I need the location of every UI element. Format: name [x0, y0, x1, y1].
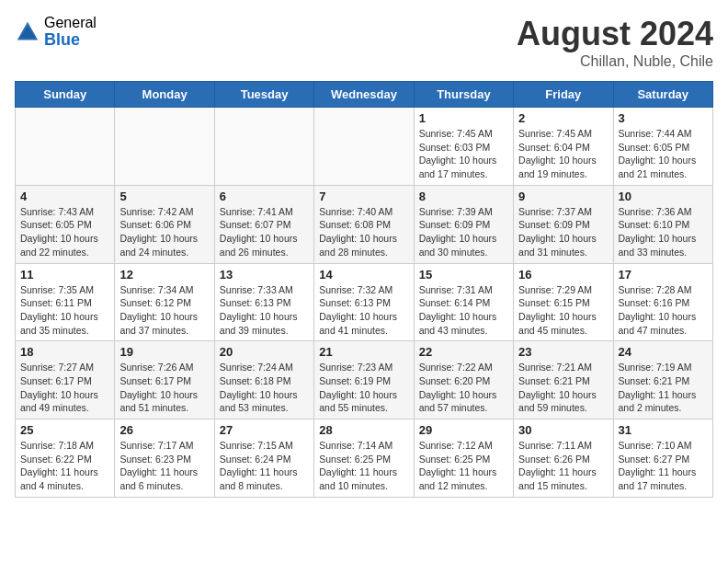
day-number: 31: [619, 423, 708, 437]
calendar-cell: 26Sunrise: 7:17 AM Sunset: 6:23 PM Dayli…: [115, 419, 214, 498]
day-info: Sunrise: 7:35 AM Sunset: 6:11 PM Dayligh…: [20, 283, 109, 338]
logo-text: General Blue: [44, 15, 97, 49]
day-number: 5: [119, 190, 209, 203]
day-number: 17: [619, 268, 708, 282]
calendar-cell: 22Sunrise: 7:22 AM Sunset: 6:20 PM Dayli…: [414, 341, 513, 419]
day-number: 29: [419, 423, 508, 437]
day-info: Sunrise: 7:14 AM Sunset: 6:25 PM Dayligh…: [319, 439, 408, 493]
day-info: Sunrise: 7:42 AM Sunset: 6:06 PM Dayligh…: [119, 205, 209, 259]
calendar-cell: [115, 108, 214, 186]
day-number: 25: [20, 423, 109, 437]
day-number: 19: [119, 345, 209, 359]
calendar-cell: 10Sunrise: 7:36 AM Sunset: 6:10 PM Dayli…: [613, 185, 712, 263]
day-info: Sunrise: 7:31 AM Sunset: 6:14 PM Dayligh…: [419, 283, 508, 338]
location: Chillan, Nuble, Chile: [517, 53, 713, 70]
title-block: August 2024 Chillan, Nuble, Chile: [517, 15, 713, 70]
day-info: Sunrise: 7:12 AM Sunset: 6:25 PM Dayligh…: [419, 439, 508, 493]
day-number: 7: [319, 190, 408, 203]
day-number: 24: [619, 345, 708, 359]
calendar-cell: 12Sunrise: 7:34 AM Sunset: 6:12 PM Dayli…: [115, 263, 214, 341]
calendar-cell: 21Sunrise: 7:23 AM Sunset: 6:19 PM Dayli…: [314, 341, 414, 419]
day-number: 20: [220, 345, 309, 359]
day-info: Sunrise: 7:22 AM Sunset: 6:20 PM Dayligh…: [419, 361, 508, 415]
day-info: Sunrise: 7:41 AM Sunset: 6:07 PM Dayligh…: [220, 205, 309, 259]
calendar-cell: 1Sunrise: 7:45 AM Sunset: 6:03 PM Daylig…: [414, 108, 513, 186]
calendar-cell: 25Sunrise: 7:18 AM Sunset: 6:22 PM Dayli…: [16, 419, 115, 498]
day-info: Sunrise: 7:32 AM Sunset: 6:13 PM Dayligh…: [319, 283, 408, 338]
day-info: Sunrise: 7:10 AM Sunset: 6:27 PM Dayligh…: [619, 439, 708, 493]
calendar-week-1: 1Sunrise: 7:45 AM Sunset: 6:03 PM Daylig…: [16, 108, 713, 186]
day-info: Sunrise: 7:23 AM Sunset: 6:19 PM Dayligh…: [319, 361, 408, 415]
month-year: August 2024: [517, 15, 713, 53]
calendar-cell: 20Sunrise: 7:24 AM Sunset: 6:18 PM Dayli…: [214, 341, 313, 419]
day-number: 12: [119, 268, 209, 282]
day-info: Sunrise: 7:45 AM Sunset: 6:03 PM Dayligh…: [419, 127, 508, 181]
calendar-cell: 2Sunrise: 7:45 AM Sunset: 6:04 PM Daylig…: [514, 108, 613, 186]
day-header-friday: Friday: [514, 82, 613, 108]
day-number: 1: [419, 111, 508, 125]
day-info: Sunrise: 7:21 AM Sunset: 6:21 PM Dayligh…: [518, 361, 608, 415]
calendar-cell: 14Sunrise: 7:32 AM Sunset: 6:13 PM Dayli…: [314, 263, 414, 341]
day-number: 18: [20, 345, 109, 359]
day-info: Sunrise: 7:43 AM Sunset: 6:05 PM Dayligh…: [20, 205, 109, 259]
logo-general: General: [44, 15, 97, 31]
day-header-wednesday: Wednesday: [314, 82, 414, 108]
day-info: Sunrise: 7:15 AM Sunset: 6:24 PM Dayligh…: [220, 439, 309, 493]
day-number: 23: [518, 345, 608, 359]
day-number: 11: [20, 268, 109, 282]
calendar-cell: 27Sunrise: 7:15 AM Sunset: 6:24 PM Dayli…: [214, 419, 313, 498]
day-number: 6: [220, 190, 309, 203]
day-info: Sunrise: 7:19 AM Sunset: 6:21 PM Dayligh…: [619, 361, 708, 415]
calendar-week-2: 4Sunrise: 7:43 AM Sunset: 6:05 PM Daylig…: [16, 185, 713, 263]
calendar-cell: 8Sunrise: 7:39 AM Sunset: 6:09 PM Daylig…: [414, 185, 513, 263]
day-number: 22: [419, 345, 508, 359]
day-info: Sunrise: 7:37 AM Sunset: 6:09 PM Dayligh…: [518, 205, 608, 259]
day-number: 21: [319, 345, 408, 359]
day-info: Sunrise: 7:11 AM Sunset: 6:26 PM Dayligh…: [518, 439, 608, 493]
day-header-sunday: Sunday: [16, 82, 115, 108]
calendar-cell: 13Sunrise: 7:33 AM Sunset: 6:13 PM Dayli…: [214, 263, 313, 341]
calendar-cell: 31Sunrise: 7:10 AM Sunset: 6:27 PM Dayli…: [613, 419, 712, 498]
day-header-monday: Monday: [115, 82, 214, 108]
day-number: 27: [220, 423, 309, 437]
day-number: 3: [619, 111, 708, 125]
day-info: Sunrise: 7:44 AM Sunset: 6:05 PM Dayligh…: [619, 127, 708, 181]
day-number: 9: [518, 190, 608, 203]
day-info: Sunrise: 7:28 AM Sunset: 6:16 PM Dayligh…: [619, 283, 708, 338]
day-number: 26: [119, 423, 209, 437]
day-info: Sunrise: 7:17 AM Sunset: 6:23 PM Dayligh…: [119, 439, 209, 493]
calendar-cell: [214, 108, 313, 186]
day-info: Sunrise: 7:45 AM Sunset: 6:04 PM Dayligh…: [518, 127, 608, 181]
day-number: 16: [518, 268, 608, 282]
day-info: Sunrise: 7:24 AM Sunset: 6:18 PM Dayligh…: [220, 361, 309, 415]
day-info: Sunrise: 7:33 AM Sunset: 6:13 PM Dayligh…: [220, 283, 309, 338]
calendar-cell: [16, 108, 115, 186]
calendar-cell: 6Sunrise: 7:41 AM Sunset: 6:07 PM Daylig…: [214, 185, 313, 263]
day-header-thursday: Thursday: [414, 82, 513, 108]
calendar-cell: 24Sunrise: 7:19 AM Sunset: 6:21 PM Dayli…: [613, 341, 712, 419]
day-info: Sunrise: 7:26 AM Sunset: 6:17 PM Dayligh…: [119, 361, 209, 415]
logo-blue: Blue: [44, 31, 97, 50]
day-info: Sunrise: 7:40 AM Sunset: 6:08 PM Dayligh…: [319, 205, 408, 259]
page-header: General Blue August 2024 Chillan, Nuble,…: [15, 15, 713, 70]
calendar-cell: 23Sunrise: 7:21 AM Sunset: 6:21 PM Dayli…: [514, 341, 613, 419]
day-number: 14: [319, 268, 408, 282]
calendar-cell: 9Sunrise: 7:37 AM Sunset: 6:09 PM Daylig…: [514, 185, 613, 263]
calendar-cell: 5Sunrise: 7:42 AM Sunset: 6:06 PM Daylig…: [115, 185, 214, 263]
day-number: 2: [518, 111, 608, 125]
day-number: 4: [20, 190, 109, 203]
day-number: 28: [319, 423, 408, 437]
calendar-cell: 11Sunrise: 7:35 AM Sunset: 6:11 PM Dayli…: [16, 263, 115, 341]
day-info: Sunrise: 7:36 AM Sunset: 6:10 PM Dayligh…: [619, 205, 708, 259]
calendar-table: SundayMondayTuesdayWednesdayThursdayFrid…: [15, 81, 713, 498]
day-header-saturday: Saturday: [613, 82, 712, 108]
calendar-cell: [314, 108, 414, 186]
day-info: Sunrise: 7:27 AM Sunset: 6:17 PM Dayligh…: [20, 361, 109, 415]
day-info: Sunrise: 7:29 AM Sunset: 6:15 PM Dayligh…: [518, 283, 608, 338]
day-number: 8: [419, 190, 508, 203]
calendar-cell: 15Sunrise: 7:31 AM Sunset: 6:14 PM Dayli…: [414, 263, 513, 341]
day-info: Sunrise: 7:34 AM Sunset: 6:12 PM Dayligh…: [119, 283, 209, 338]
logo: General Blue: [15, 15, 97, 49]
logo-icon: [15, 19, 40, 45]
calendar-cell: 18Sunrise: 7:27 AM Sunset: 6:17 PM Dayli…: [16, 341, 115, 419]
